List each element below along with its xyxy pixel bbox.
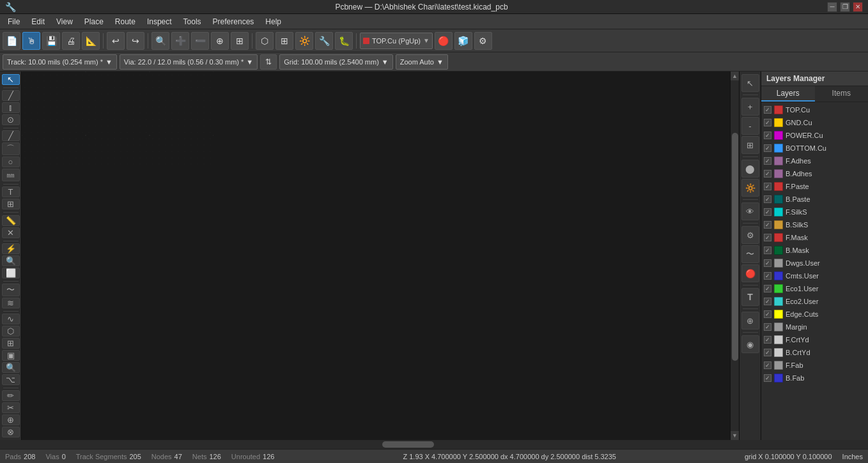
zoom-out-button[interactable]: ➖ bbox=[191, 32, 209, 50]
vertical-scrollbar[interactable]: ▲ ▼ bbox=[730, 72, 739, 440]
close-button[interactable]: ✕ bbox=[853, 2, 863, 12]
layer-visibility-10[interactable]: ✓ bbox=[764, 234, 771, 241]
horizontal-scrollbar[interactable] bbox=[0, 440, 868, 449]
grid-dropdown[interactable]: Grid: 100.00 mils (2.5400 mm) ▼ bbox=[279, 54, 392, 70]
layer-item-bottom-cu[interactable]: ✓BOTTOM.Cu bbox=[761, 142, 868, 155]
cleanup-button[interactable]: 🔧 bbox=[315, 32, 333, 50]
layer-visibility-17[interactable]: ✓ bbox=[764, 323, 771, 331]
layer-visibility-5[interactable]: ✓ bbox=[764, 170, 771, 178]
hscroll-thumb[interactable] bbox=[382, 441, 434, 448]
3d-viewer-button[interactable]: 🧊 bbox=[454, 32, 472, 50]
rt-settings-btn[interactable]: ⚙ bbox=[741, 226, 759, 244]
rt-drc-btn[interactable]: 🔴 bbox=[741, 264, 759, 282]
route-diff-pair-tool[interactable]: ⫿ bbox=[2, 102, 20, 113]
menu-inspect[interactable]: Inspect bbox=[142, 16, 177, 27]
layer-item-b-paste[interactable]: ✓B.Paste bbox=[761, 193, 868, 206]
route-track-tool[interactable]: ╱ bbox=[2, 90, 20, 101]
tab-items[interactable]: Items bbox=[815, 86, 869, 102]
extra-tool-1[interactable]: ✏ bbox=[2, 390, 20, 401]
layer-visibility-0[interactable]: ✓ bbox=[764, 106, 771, 114]
layer-item-margin[interactable]: ✓Margin bbox=[761, 321, 868, 333]
canvas-area[interactable]: TIn1P3In3 Flou1a0Flou1a1 Flou1a0Flou1a1 … bbox=[22, 72, 739, 440]
layer-item-gnd-cu[interactable]: ✓GND.Cu bbox=[761, 116, 868, 129]
menu-help[interactable]: Help bbox=[260, 16, 286, 27]
rt-copper-btn[interactable]: ⬤ bbox=[741, 160, 759, 178]
draw-poly-tool[interactable]: ⬡ bbox=[2, 326, 20, 337]
rt-zoom-out-btn[interactable]: - bbox=[741, 117, 759, 135]
extra-tool-4[interactable]: ⊗ bbox=[2, 427, 20, 437]
highlight-button[interactable]: 🔆 bbox=[295, 32, 313, 50]
zoom-fit-button[interactable]: 🔍 bbox=[151, 32, 169, 50]
menu-route[interactable]: Route bbox=[110, 16, 141, 27]
draw-circle-tool[interactable]: ○ bbox=[2, 156, 20, 167]
netlist-button[interactable]: ⊞ bbox=[275, 32, 293, 50]
plot-button[interactable]: 📐 bbox=[82, 32, 100, 50]
restore-button[interactable]: ❐ bbox=[840, 2, 850, 12]
drc-button[interactable]: 🐛 bbox=[335, 32, 353, 50]
board-setup-button[interactable]: ⚙ bbox=[474, 32, 492, 50]
menu-place[interactable]: Place bbox=[79, 16, 109, 27]
zoom-in-button[interactable]: ➕ bbox=[171, 32, 189, 50]
draw-arc-tool[interactable]: ⌒ bbox=[2, 142, 20, 155]
layer-item-f-fab[interactable]: ✓F.Fab bbox=[761, 359, 868, 372]
mm-tool[interactable]: ㎜ bbox=[2, 169, 20, 181]
layer-visibility-2[interactable]: ✓ bbox=[764, 132, 771, 139]
undo-button[interactable]: ↩ bbox=[107, 32, 125, 50]
layer-visibility-20[interactable]: ✓ bbox=[764, 361, 771, 369]
layer-visibility-18[interactable]: ✓ bbox=[764, 336, 771, 344]
extra-tool-2[interactable]: ✂ bbox=[2, 402, 20, 413]
tune-length-tool[interactable]: 〜 bbox=[2, 284, 20, 296]
layer-visibility-14[interactable]: ✓ bbox=[764, 285, 771, 292]
rt-orient-btn[interactable]: ⊕ bbox=[741, 312, 759, 330]
rt-select-btn[interactable]: ↖ bbox=[741, 74, 759, 92]
layer-visibility-13[interactable]: ✓ bbox=[764, 272, 771, 280]
vscroll-down-button[interactable]: ▼ bbox=[731, 431, 740, 440]
layer-item-cmts-user[interactable]: ✓Cmts.User bbox=[761, 269, 868, 282]
vscroll-track[interactable] bbox=[731, 80, 739, 431]
layer-item-b-crtyd[interactable]: ✓B.CrtYd bbox=[761, 346, 868, 359]
layer-item-b-fab[interactable]: ✓B.Fab bbox=[761, 372, 868, 384]
tab-layers[interactable]: Layers bbox=[761, 86, 815, 102]
minimize-button[interactable]: ─ bbox=[827, 2, 837, 12]
rt-net-btn[interactable]: 〜 bbox=[741, 245, 759, 263]
zoom-center-button[interactable]: ⊕ bbox=[211, 32, 229, 50]
redo-button[interactable]: ↪ bbox=[127, 32, 144, 50]
active-layer-dropdown[interactable]: TOP.Cu (PgUp) ▼ bbox=[360, 33, 433, 49]
menu-tools[interactable]: Tools bbox=[178, 16, 206, 27]
layer-item-f-paste[interactable]: ✓F.Paste bbox=[761, 180, 868, 193]
layer-visibility-4[interactable]: ✓ bbox=[764, 157, 771, 165]
inspect-tool[interactable]: 🔍 bbox=[2, 362, 20, 373]
highlight-net-tool[interactable]: ⚡ bbox=[2, 243, 20, 254]
select-tool[interactable]: ↖ bbox=[2, 74, 20, 85]
place-footprint-tool[interactable]: ⊞ bbox=[2, 199, 20, 209]
board-view-tool[interactable]: ⬜ bbox=[2, 268, 20, 278]
layer-swap-button[interactable]: ⇅ bbox=[260, 54, 277, 70]
layer-item-eco1-user[interactable]: ✓Eco1.User bbox=[761, 282, 868, 295]
new-button[interactable]: 📄 bbox=[3, 32, 20, 50]
layer-item-b-adhes[interactable]: ✓B.Adhes bbox=[761, 167, 868, 180]
save-button[interactable]: 💾 bbox=[42, 32, 60, 50]
layer-item-power-cu[interactable]: ✓POWER.Cu bbox=[761, 129, 868, 142]
print-button[interactable]: 🖨 bbox=[62, 32, 80, 50]
delete-tool[interactable]: ✕ bbox=[2, 227, 20, 238]
scripting-tool[interactable]: ⌥ bbox=[2, 374, 20, 385]
rt-view-btn[interactable]: 👁 bbox=[741, 202, 759, 220]
via-size-dropdown[interactable]: Via: 22.0 / 12.0 mils (0.56 / 0.30 mm) *… bbox=[120, 54, 258, 70]
layer-item-f-mask[interactable]: ✓F.Mask bbox=[761, 231, 868, 244]
layer-visibility-21[interactable]: ✓ bbox=[764, 374, 771, 382]
vscroll-up-button[interactable]: ▲ bbox=[731, 72, 740, 80]
rt-zoom-fit-btn[interactable]: ⊞ bbox=[741, 136, 759, 154]
extra-tool-3[interactable]: ⊕ bbox=[2, 414, 20, 425]
layer-visibility-11[interactable]: ✓ bbox=[764, 247, 771, 254]
add-footprint-button[interactable]: ⬡ bbox=[256, 32, 274, 50]
layer-item-eco2-user[interactable]: ✓Eco2.User bbox=[761, 295, 868, 308]
zoom-area-tool[interactable]: 🔍 bbox=[2, 255, 20, 266]
fill-tool[interactable]: ▣ bbox=[2, 350, 20, 361]
layer-visibility-7[interactable]: ✓ bbox=[764, 195, 771, 203]
rt-sphere-btn[interactable]: ◉ bbox=[741, 335, 759, 353]
draw-line-tool[interactable]: ╱ bbox=[2, 130, 20, 141]
layer-item-f-crtyd[interactable]: ✓F.CrtYd bbox=[761, 333, 868, 346]
layer-item-b-mask[interactable]: ✓B.Mask bbox=[761, 244, 868, 257]
layer-item-b-silks[interactable]: ✓B.SilkS bbox=[761, 218, 868, 231]
layer-item-edge-cuts[interactable]: ✓Edge.Cuts bbox=[761, 308, 868, 321]
